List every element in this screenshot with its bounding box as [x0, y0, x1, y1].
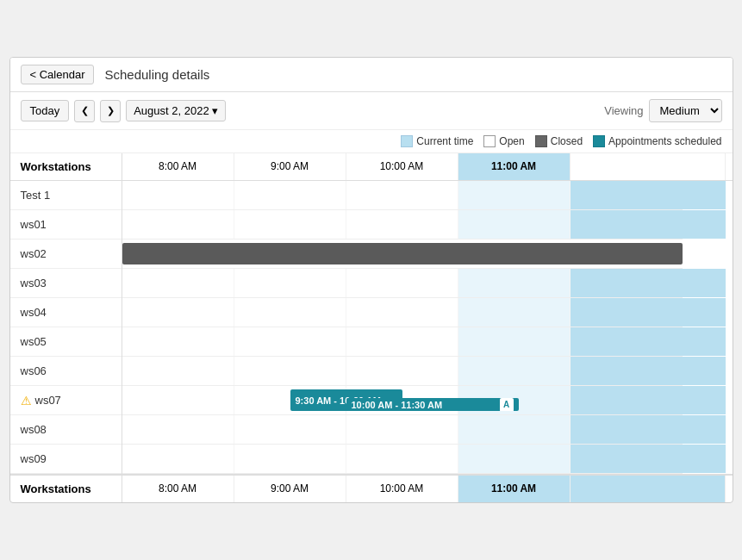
cell [571, 445, 726, 473]
cell [458, 357, 571, 385]
ws-label-ws03: ws03 [10, 269, 122, 298]
cell [234, 269, 346, 297]
cell [346, 298, 458, 327]
closed-swatch [535, 135, 547, 147]
cell [122, 357, 234, 385]
today-button[interactable]: Today [21, 100, 70, 121]
time-header-8am: 8:00 AM [122, 153, 234, 180]
footer-time-10am: 10:00 AM [346, 476, 458, 502]
back-button[interactable]: < Calendar [21, 65, 95, 84]
ws-label-ws06: ws06 [10, 357, 122, 386]
cell [122, 269, 234, 297]
workstations-header: Workstations [10, 153, 122, 180]
cell [122, 445, 234, 473]
header-row: Workstations 8:00 AM 9:00 AM 10:00 AM 11… [10, 153, 733, 181]
cell [234, 445, 346, 473]
appointment-block-2[interactable]: 10:00 AM - 11:30 AM A [346, 398, 519, 411]
cell [346, 269, 458, 297]
legend-closed-label: Closed [551, 135, 583, 147]
content-column[interactable]: 9:30 AM - 10:30 AM 10:00 AM - 11:30 AM A [122, 181, 733, 474]
legend-current-label: Current time [416, 135, 473, 147]
prev-button[interactable]: ❮ [74, 100, 95, 122]
body-outer: Test 1 ws01 ws02 ws03 ws04 ws05 ws06 ⚠ws… [10, 181, 733, 474]
date-selector[interactable]: August 2, 2022 ▾ [126, 100, 226, 121]
cell [122, 298, 234, 327]
toolbar-right: Viewing Medium Small Large [604, 99, 721, 122]
toolbar: Today ❮ ❯ August 2, 2022 ▾ Viewing Mediu… [10, 92, 733, 130]
legend-closed: Closed [535, 135, 583, 147]
cell [122, 327, 234, 356]
ws-label-ws05: ws05 [10, 327, 122, 357]
ws-label-ws08: ws08 [10, 415, 122, 445]
appointment-icon: A [500, 398, 514, 411]
legend: Current time Open Closed Appointments sc… [10, 130, 733, 153]
ws-label-test1: Test 1 [10, 181, 122, 210]
cell [571, 357, 726, 385]
table-row [122, 210, 683, 240]
time-header-11am: 11:00 AM [458, 153, 571, 180]
cell [234, 415, 346, 444]
cell [122, 181, 234, 209]
ws-label-ws02: ws02 [10, 240, 122, 269]
cell [458, 415, 571, 444]
legend-open: Open [483, 135, 524, 147]
legend-appt: Appointments scheduled [593, 135, 721, 147]
table-row [122, 298, 683, 327]
cell [458, 445, 571, 473]
cell [346, 210, 458, 239]
ws-label-ws01: ws01 [10, 210, 122, 240]
table-row [122, 240, 683, 269]
ws-label-ws04: ws04 [10, 298, 122, 327]
labels-column: Test 1 ws01 ws02 ws03 ws04 ws05 ws06 ⚠ws… [10, 181, 122, 474]
cell [458, 269, 571, 297]
cell [571, 327, 726, 356]
cell [571, 386, 726, 414]
time-header-10am: 10:00 AM [346, 153, 458, 180]
cell [346, 181, 458, 209]
cell [346, 327, 458, 356]
cell [571, 298, 726, 327]
view-select[interactable]: Medium Small Large [649, 99, 722, 122]
schedule-area: Workstations 8:00 AM 9:00 AM 10:00 AM 11… [10, 153, 733, 502]
time-header-9am: 9:00 AM [234, 153, 346, 180]
cell [122, 415, 234, 444]
table-row [122, 357, 683, 386]
footer-time-8am: 8:00 AM [122, 476, 234, 502]
footer-time-9am: 9:00 AM [234, 476, 346, 502]
grid-container: Workstations 8:00 AM 9:00 AM 10:00 AM 11… [10, 153, 733, 502]
appointment-label-2: 10:00 AM - 11:30 AM [352, 400, 443, 410]
cell [458, 181, 571, 209]
table-row: 9:30 AM - 10:30 AM 10:00 AM - 11:30 AM A [122, 386, 683, 415]
cell [122, 210, 234, 239]
open-swatch [483, 135, 496, 147]
current-time-swatch [401, 135, 413, 147]
viewing-label: Viewing [604, 104, 643, 117]
footer-row: Workstations 8:00 AM 9:00 AM 10:00 AM 11… [10, 474, 733, 502]
cell [571, 210, 726, 239]
next-button[interactable]: ❯ [100, 100, 121, 122]
table-row [122, 327, 683, 357]
ws-label-ws07: ⚠ws07 [10, 386, 122, 415]
toolbar-left: Today ❮ ❯ August 2, 2022 ▾ [21, 100, 227, 122]
cell [122, 386, 234, 414]
table-row [122, 269, 683, 298]
warning-icon: ⚠ [21, 394, 32, 408]
table-row [122, 415, 683, 445]
cell [234, 298, 346, 327]
legend-open-label: Open [499, 135, 524, 147]
table-row [122, 445, 683, 474]
main-window: < Calendar Scheduling details Today ❮ ❯ … [9, 57, 733, 503]
cell [458, 210, 571, 239]
time-header-extra [571, 153, 726, 180]
cell [234, 181, 346, 209]
cell [234, 210, 346, 239]
appt-swatch [593, 135, 605, 147]
cell [234, 327, 346, 356]
cell [346, 445, 458, 473]
cell [346, 415, 458, 444]
legend-current: Current time [401, 135, 473, 147]
page-title: Scheduling details [104, 67, 209, 82]
cell [346, 357, 458, 385]
title-bar: < Calendar Scheduling details [10, 58, 733, 92]
footer-workstations-label: Workstations [10, 475, 122, 502]
